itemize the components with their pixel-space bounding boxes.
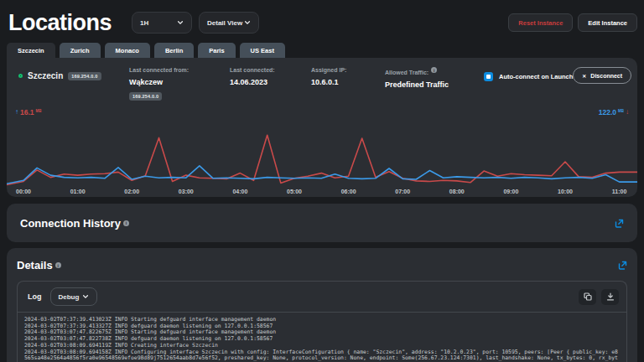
info-icon[interactable]: i	[55, 262, 61, 268]
upload-total-value: 16.1	[20, 108, 34, 116]
disconnect-label: Disconnect	[590, 73, 622, 79]
page-header: Locations 1H Detail View Reset Instance …	[0, 0, 644, 37]
traffic-stats-row: ↑ 16.1 MB 122.0 MB ↓	[7, 101, 637, 116]
arrow-down-icon: ↓	[626, 108, 629, 116]
field-value: 10.6.0.1	[311, 78, 385, 86]
tab-szczecin[interactable]: Szczecin	[7, 43, 55, 58]
x-tick-label: 02:00	[124, 189, 139, 194]
time-range-value: 1H	[140, 19, 148, 27]
connection-history-section: Connection History i	[7, 204, 637, 242]
tab-monaco[interactable]: Monaco	[105, 43, 150, 58]
chevron-down-icon	[177, 19, 184, 26]
checkbox-checked-icon	[484, 72, 493, 81]
view-mode-value: Detail View	[207, 19, 242, 27]
info-icon[interactable]: i	[123, 220, 129, 226]
x-tick-label: 03:00	[179, 189, 194, 194]
x-tick-label: 07:00	[395, 189, 410, 194]
x-tick-label: 11:00	[612, 189, 627, 194]
close-icon: ✕	[582, 73, 586, 79]
connection-history-title: Connection History	[20, 217, 121, 230]
details-section: Details i Log Debug 2024-03-02T07:37:39.…	[7, 248, 637, 362]
disconnect-button[interactable]: ✕ Disconnect	[573, 67, 631, 84]
tab-paris[interactable]: Paris	[198, 43, 235, 58]
field-value: Wąkczew	[129, 78, 230, 86]
field-label: Allowed Traffic:i	[385, 67, 484, 75]
expand-section-icon[interactable]	[618, 261, 627, 270]
x-tick-label: 04:00	[232, 189, 247, 194]
field-label: Assigned IP:	[311, 67, 385, 73]
connection-identity: Szczecin 169.254.0.0	[18, 64, 129, 80]
chart-line-upload	[7, 135, 637, 184]
tab-zurich[interactable]: Zurich	[60, 43, 101, 58]
x-tick-label: 09:00	[503, 189, 518, 194]
view-mode-select[interactable]: Detail View	[199, 12, 259, 34]
log-card: Log Debug 2024-03-02T07:37:39.413023Z IN…	[17, 281, 627, 362]
expand-section-icon[interactable]	[615, 219, 624, 228]
log-output[interactable]: 2024-03-02T07:37:39.413023Z INFO Startin…	[18, 312, 626, 362]
arrow-up-icon: ↑	[15, 108, 18, 116]
download-icon	[606, 292, 615, 301]
x-tick-label: 10:00	[558, 189, 573, 194]
chevron-down-icon	[244, 19, 251, 26]
reset-instance-button[interactable]: Reset Instance	[508, 13, 573, 32]
chart-x-axis: 00:0001:0002:0003:0004:0005:0006:0007:00…	[7, 189, 637, 197]
details-header: Details i	[17, 259, 627, 272]
field-last-connected: Last connected:14.06.2023	[230, 64, 311, 101]
field-label: Last connected:	[230, 67, 311, 73]
info-icon[interactable]: i	[431, 67, 437, 73]
log-label: Log	[28, 292, 42, 301]
field-value: 14.06.2023	[230, 78, 311, 86]
field-last-connected-from: Last connected from:Wąkczew169.254.0.0	[129, 64, 230, 101]
upload-total-unit: MB	[36, 109, 42, 113]
log-level-value: Debug	[59, 293, 80, 301]
details-title: Details	[17, 259, 53, 272]
x-tick-label: 01:00	[70, 189, 86, 194]
time-range-select[interactable]: 1H	[132, 12, 192, 34]
edit-instance-button[interactable]: Edit Instance	[578, 13, 637, 32]
autoconnect-label: Auto-connect on Launch	[499, 73, 573, 80]
log-toolbar: Log Debug	[18, 282, 626, 312]
connection-fields: Last connected from:Wąkczew169.254.0.0La…	[129, 64, 484, 101]
connection-name: Szczecin	[28, 71, 63, 80]
download-log-button[interactable]	[601, 289, 619, 305]
copy-log-button[interactable]	[579, 289, 596, 305]
x-tick-label: 06:00	[341, 189, 356, 194]
x-tick-label: 05:00	[287, 189, 302, 194]
location-tabs: SzczecinZurichMonacoBerlinParisUS East	[7, 43, 644, 58]
field-label: Last connected from:	[129, 67, 230, 73]
download-total-stat: 122.0 MB ↓	[599, 108, 629, 116]
location-detail-panel: Szczecin 169.254.0.0 Last connected from…	[7, 58, 637, 197]
copy-icon	[584, 292, 592, 301]
connection-ip-badge: 169.254.0.0	[68, 72, 101, 80]
page-title: Locations	[8, 10, 112, 36]
connection-status-icon	[18, 74, 23, 78]
traffic-chart: 00:0001:0002:0003:0004:0005:0006:0007:00…	[7, 116, 637, 200]
tab-us-east[interactable]: US East	[240, 43, 285, 58]
field-ip-badge: 169.254.0.0	[129, 92, 162, 101]
download-total-value: 122.0	[599, 108, 616, 116]
tab-berlin[interactable]: Berlin	[154, 43, 194, 58]
log-line: 2024-03-02T03:08:09.694158Z INFO Configu…	[24, 349, 620, 362]
traffic-chart-lines	[7, 116, 637, 187]
field-allowed-traffic: Allowed Traffic:iPredefined Traffic	[385, 64, 484, 101]
download-total-unit: MB	[618, 109, 624, 113]
upload-total-stat: ↑ 16.1 MB	[15, 108, 42, 116]
x-tick-label: 00:00	[16, 189, 31, 194]
field-value: Predefined Traffic	[385, 80, 484, 89]
autoconnect-checkbox[interactable]: Auto-connect on Launch	[484, 64, 573, 81]
log-level-select[interactable]: Debug	[50, 287, 97, 306]
connection-summary-row: Szczecin 169.254.0.0 Last connected from…	[7, 64, 637, 101]
x-tick-label: 08:00	[449, 189, 465, 194]
field-assigned-ip: Assigned IP:10.6.0.1	[311, 64, 385, 101]
chevron-down-icon	[82, 293, 89, 300]
